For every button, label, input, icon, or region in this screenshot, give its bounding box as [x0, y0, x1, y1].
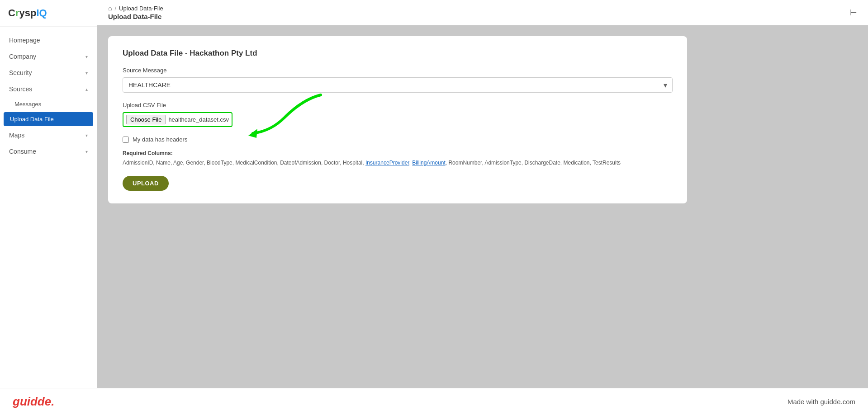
- headers-checkbox[interactable]: [123, 137, 129, 143]
- form-title: Upload Data File - Hackathon Pty Ltd: [123, 49, 673, 58]
- required-columns-text: AdmissionID, Name, Age, Gender, BloodTyp…: [123, 160, 621, 166]
- sidebar-item-company[interactable]: Company ▾: [0, 48, 97, 65]
- chevron-down-icon: ▾: [85, 71, 88, 75]
- footer-logo: guidde.: [13, 395, 54, 409]
- chevron-down-icon: ▾: [85, 149, 88, 154]
- exit-button[interactable]: ⊢: [850, 8, 857, 18]
- content-area: Upload Data File - Hackathon Pty Ltd Sou…: [97, 25, 868, 388]
- source-message-select[interactable]: HEALTHCARE: [123, 77, 673, 93]
- main-area: ⌂ / Upload Data-File Upload Data-File ⊢ …: [97, 0, 868, 388]
- sidebar-subitem-label-upload: Upload Data File: [10, 116, 54, 123]
- upload-file-group: Upload CSV File Choose Filehealthcare_da…: [123, 102, 673, 127]
- sidebar-item-homepage[interactable]: Homepage: [0, 32, 97, 48]
- sidebar-item-label-homepage: Homepage: [9, 37, 40, 44]
- top-header: ⌂ / Upload Data-File Upload Data-File ⊢: [97, 0, 868, 25]
- sidebar-nav: Homepage Company ▾ Security ▾ Sources ▴ …: [0, 27, 97, 388]
- sidebar-item-sources[interactable]: Sources ▴: [0, 81, 97, 97]
- required-columns-label: Required Columns:: [123, 150, 673, 156]
- checkbox-row: My data has headers: [123, 136, 673, 143]
- file-input-wrapper: Choose Filehealthcare_dataset.csv: [123, 112, 232, 127]
- footer: guidde. Made with guidde.com: [0, 388, 868, 415]
- sidebar-item-label-security: Security: [9, 69, 32, 76]
- sidebar-item-label-sources: Sources: [9, 85, 32, 93]
- sidebar-item-label-company: Company: [9, 53, 36, 60]
- sidebar-subitem-upload-data-file[interactable]: Upload Data File: [4, 112, 93, 126]
- app-logo: CryspIQ: [8, 7, 89, 19]
- home-icon[interactable]: ⌂: [108, 5, 112, 12]
- form-card: Upload Data File - Hackathon Pty Ltd Sou…: [108, 36, 687, 203]
- required-columns-section: Required Columns: AdmissionID, Name, Age…: [123, 150, 673, 167]
- sidebar-item-consume[interactable]: Consume ▾: [0, 143, 97, 160]
- choose-file-button[interactable]: Choose File: [126, 115, 166, 124]
- chevron-down-icon: ▾: [85, 54, 88, 59]
- header-left: ⌂ / Upload Data-File Upload Data-File: [108, 5, 163, 20]
- breadcrumb-separator: /: [114, 5, 116, 12]
- sidebar-item-label-maps: Maps: [9, 132, 24, 139]
- insurance-provider-col: InsuranceProvider: [365, 160, 409, 166]
- sidebar: CryspIQ Homepage Company ▾ Security ▾ So…: [0, 0, 97, 388]
- chevron-up-icon: ▴: [85, 87, 88, 92]
- sidebar-subitem-label-messages: Messages: [14, 101, 41, 108]
- sidebar-item-security[interactable]: Security ▾: [0, 65, 97, 81]
- breadcrumb-current: Upload Data-File: [119, 5, 163, 12]
- chevron-down-icon: ▾: [85, 133, 88, 138]
- sidebar-item-maps[interactable]: Maps ▾: [0, 127, 97, 143]
- source-message-select-wrapper: HEALTHCARE: [123, 77, 673, 93]
- file-name-display: healthcare_dataset.csv: [168, 116, 229, 123]
- upload-file-label: Upload CSV File: [123, 102, 673, 108]
- upload-button[interactable]: UPLOAD: [123, 176, 169, 191]
- source-message-label: Source Message: [123, 67, 673, 74]
- page-title: Upload Data-File: [108, 13, 163, 20]
- sidebar-item-label-consume: Consume: [9, 148, 36, 155]
- footer-credit: Made with guidde.com: [787, 398, 855, 406]
- logo-area: CryspIQ: [0, 0, 97, 27]
- source-message-group: Source Message HEALTHCARE: [123, 67, 673, 93]
- billing-amount-col: BillingAmount: [412, 160, 445, 166]
- breadcrumb: ⌂ / Upload Data-File: [108, 5, 163, 12]
- checkbox-label[interactable]: My data has headers: [133, 136, 187, 143]
- sidebar-subitem-messages[interactable]: Messages: [0, 97, 97, 111]
